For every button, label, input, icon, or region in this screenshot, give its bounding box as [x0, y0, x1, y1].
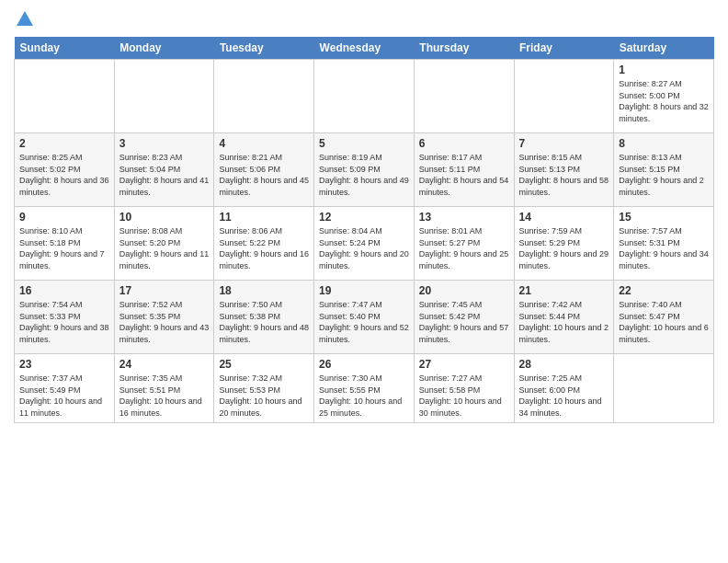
day-info: Sunrise: 7:25 AM Sunset: 6:00 PM Dayligh… [519, 373, 609, 419]
day-info: Sunrise: 8:17 AM Sunset: 5:11 PM Dayligh… [419, 152, 509, 198]
day-header-tuesday: Tuesday [214, 37, 314, 60]
day-info: Sunrise: 8:21 AM Sunset: 5:06 PM Dayligh… [219, 152, 309, 198]
day-number: 11 [219, 211, 309, 224]
day-info: Sunrise: 8:15 AM Sunset: 5:13 PM Dayligh… [519, 152, 609, 198]
calendar-week-row: 23Sunrise: 7:37 AM Sunset: 5:49 PM Dayli… [15, 354, 714, 423]
calendar-cell: 6Sunrise: 8:17 AM Sunset: 5:11 PM Daylig… [414, 133, 514, 207]
calendar-table: SundayMondayTuesdayWednesdayThursdayFrid… [14, 37, 714, 423]
day-info: Sunrise: 7:32 AM Sunset: 5:53 PM Dayligh… [219, 373, 309, 419]
page-container: SundayMondayTuesdayWednesdayThursdayFrid… [0, 0, 728, 432]
day-header-sunday: Sunday [15, 37, 115, 60]
calendar-cell: 18Sunrise: 7:50 AM Sunset: 5:38 PM Dayli… [214, 281, 314, 354]
day-number: 17 [119, 284, 210, 297]
day-info: Sunrise: 7:52 AM Sunset: 5:35 PM Dayligh… [119, 299, 210, 345]
calendar-cell: 21Sunrise: 7:42 AM Sunset: 5:44 PM Dayli… [514, 281, 614, 354]
day-header-thursday: Thursday [414, 37, 514, 60]
day-info: Sunrise: 7:37 AM Sunset: 5:49 PM Dayligh… [19, 373, 109, 419]
calendar-cell: 14Sunrise: 7:59 AM Sunset: 5:29 PM Dayli… [514, 207, 614, 281]
day-number: 2 [19, 137, 109, 150]
calendar-cell: 23Sunrise: 7:37 AM Sunset: 5:49 PM Dayli… [15, 354, 115, 423]
day-number: 20 [419, 284, 509, 297]
day-info: Sunrise: 8:04 AM Sunset: 5:24 PM Dayligh… [319, 225, 409, 271]
svg-marker-0 [17, 11, 33, 26]
calendar-cell: 1Sunrise: 8:27 AM Sunset: 5:00 PM Daylig… [614, 60, 714, 133]
calendar-cell: 13Sunrise: 8:01 AM Sunset: 5:27 PM Dayli… [414, 207, 514, 281]
day-number: 13 [419, 211, 509, 224]
day-info: Sunrise: 7:47 AM Sunset: 5:40 PM Dayligh… [319, 299, 409, 345]
day-number: 6 [419, 137, 509, 150]
day-number: 23 [19, 358, 109, 371]
calendar-cell: 10Sunrise: 8:08 AM Sunset: 5:20 PM Dayli… [114, 207, 214, 281]
day-number: 1 [619, 63, 709, 76]
calendar-week-row: 9Sunrise: 8:10 AM Sunset: 5:18 PM Daylig… [15, 207, 714, 281]
day-number: 15 [619, 211, 709, 224]
day-number: 25 [219, 358, 309, 371]
calendar-cell: 16Sunrise: 7:54 AM Sunset: 5:33 PM Dayli… [15, 281, 115, 354]
day-info: Sunrise: 7:59 AM Sunset: 5:29 PM Dayligh… [519, 225, 609, 271]
day-number: 28 [519, 358, 609, 371]
calendar-cell [114, 60, 214, 133]
calendar-cell [414, 60, 514, 133]
day-info: Sunrise: 7:57 AM Sunset: 5:31 PM Dayligh… [619, 225, 709, 271]
day-number: 22 [619, 284, 709, 297]
day-number: 14 [519, 211, 609, 224]
day-header-saturday: Saturday [614, 37, 714, 60]
calendar-cell: 25Sunrise: 7:32 AM Sunset: 5:53 PM Dayli… [214, 354, 314, 423]
day-info: Sunrise: 8:27 AM Sunset: 5:00 PM Dayligh… [619, 78, 709, 124]
header [14, 9, 714, 29]
calendar-week-row: 16Sunrise: 7:54 AM Sunset: 5:33 PM Dayli… [15, 281, 714, 354]
day-number: 9 [19, 211, 109, 224]
day-number: 21 [519, 284, 609, 297]
day-info: Sunrise: 8:08 AM Sunset: 5:20 PM Dayligh… [119, 225, 210, 271]
calendar-cell: 22Sunrise: 7:40 AM Sunset: 5:47 PM Dayli… [614, 281, 714, 354]
calendar-cell: 5Sunrise: 8:19 AM Sunset: 5:09 PM Daylig… [314, 133, 415, 207]
day-header-friday: Friday [514, 37, 614, 60]
day-number: 24 [119, 358, 210, 371]
day-info: Sunrise: 8:19 AM Sunset: 5:09 PM Dayligh… [319, 152, 409, 198]
calendar-cell: 9Sunrise: 8:10 AM Sunset: 5:18 PM Daylig… [15, 207, 115, 281]
day-info: Sunrise: 7:35 AM Sunset: 5:51 PM Dayligh… [119, 373, 210, 419]
day-number: 12 [319, 211, 409, 224]
day-info: Sunrise: 7:42 AM Sunset: 5:44 PM Dayligh… [519, 299, 609, 345]
day-info: Sunrise: 8:10 AM Sunset: 5:18 PM Dayligh… [19, 225, 109, 271]
calendar-cell: 24Sunrise: 7:35 AM Sunset: 5:51 PM Dayli… [114, 354, 214, 423]
calendar-cell [514, 60, 614, 133]
day-info: Sunrise: 8:06 AM Sunset: 5:22 PM Dayligh… [219, 225, 309, 271]
day-number: 4 [219, 137, 309, 150]
day-number: 19 [319, 284, 409, 297]
day-info: Sunrise: 8:25 AM Sunset: 5:02 PM Dayligh… [19, 152, 109, 198]
calendar-cell [15, 60, 115, 133]
calendar-cell: 15Sunrise: 7:57 AM Sunset: 5:31 PM Dayli… [614, 207, 714, 281]
day-number: 26 [319, 358, 409, 371]
day-info: Sunrise: 8:23 AM Sunset: 5:04 PM Dayligh… [119, 152, 210, 198]
calendar-week-row: 1Sunrise: 8:27 AM Sunset: 5:00 PM Daylig… [15, 60, 714, 133]
day-info: Sunrise: 7:40 AM Sunset: 5:47 PM Dayligh… [619, 299, 709, 345]
day-info: Sunrise: 8:01 AM Sunset: 5:27 PM Dayligh… [419, 225, 509, 271]
logo [14, 9, 35, 29]
calendar-cell: 4Sunrise: 8:21 AM Sunset: 5:06 PM Daylig… [214, 133, 314, 207]
calendar-cell: 17Sunrise: 7:52 AM Sunset: 5:35 PM Dayli… [114, 281, 214, 354]
calendar-week-row: 2Sunrise: 8:25 AM Sunset: 5:02 PM Daylig… [15, 133, 714, 207]
calendar-cell: 27Sunrise: 7:27 AM Sunset: 5:58 PM Dayli… [414, 354, 514, 423]
day-number: 3 [119, 137, 210, 150]
day-number: 10 [119, 211, 210, 224]
calendar-cell: 2Sunrise: 8:25 AM Sunset: 5:02 PM Daylig… [15, 133, 115, 207]
calendar-header-row: SundayMondayTuesdayWednesdayThursdayFrid… [15, 37, 714, 60]
day-header-monday: Monday [114, 37, 214, 60]
calendar-cell: 19Sunrise: 7:47 AM Sunset: 5:40 PM Dayli… [314, 281, 415, 354]
calendar-cell: 7Sunrise: 8:15 AM Sunset: 5:13 PM Daylig… [514, 133, 614, 207]
day-number: 18 [219, 284, 309, 297]
day-number: 8 [619, 137, 709, 150]
day-number: 7 [519, 137, 609, 150]
day-info: Sunrise: 7:30 AM Sunset: 5:55 PM Dayligh… [319, 373, 409, 419]
calendar-cell: 28Sunrise: 7:25 AM Sunset: 6:00 PM Dayli… [514, 354, 614, 423]
calendar-cell: 3Sunrise: 8:23 AM Sunset: 5:04 PM Daylig… [114, 133, 214, 207]
day-info: Sunrise: 7:45 AM Sunset: 5:42 PM Dayligh… [419, 299, 509, 345]
day-info: Sunrise: 7:27 AM Sunset: 5:58 PM Dayligh… [419, 373, 509, 419]
day-header-wednesday: Wednesday [314, 37, 415, 60]
day-info: Sunrise: 7:50 AM Sunset: 5:38 PM Dayligh… [219, 299, 309, 345]
logo-icon [15, 9, 35, 29]
day-number: 5 [319, 137, 409, 150]
calendar-cell: 8Sunrise: 8:13 AM Sunset: 5:15 PM Daylig… [614, 133, 714, 207]
calendar-cell [614, 354, 714, 423]
